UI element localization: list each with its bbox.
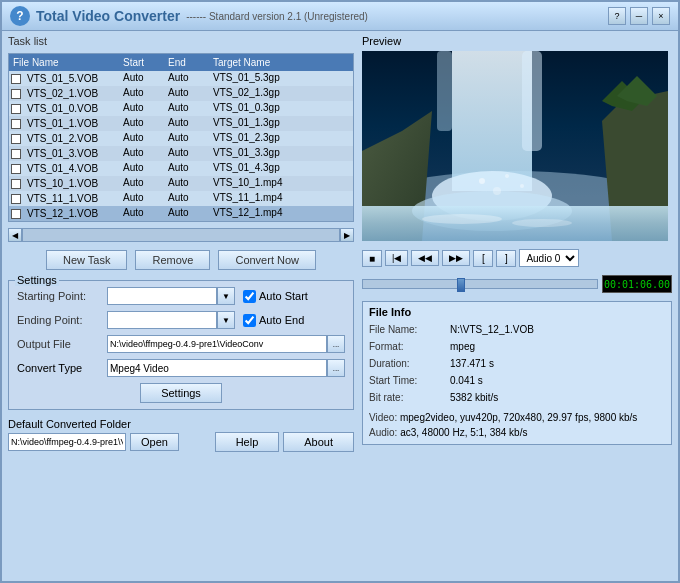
timeline-bar[interactable] [362,279,598,289]
row-target: VTS_01_2.3gp [209,131,353,146]
table-row[interactable]: VTS_01_1.VOB Auto Auto VTS_01_1.3gp [9,116,353,131]
row-start: Auto [119,161,164,176]
convert-type-input[interactable] [107,359,327,377]
row-filename: VTS_12_1.VOB [23,207,102,220]
auto-start-checkbox[interactable] [243,290,256,303]
table-row[interactable]: VTS_01_4.VOB Auto Auto VTS_01_4.3gp [9,161,353,176]
row-target: VTS_01_3.3gp [209,146,353,161]
ending-point-row: Ending Point: ▼ Auto End [17,311,345,329]
row-checkbox[interactable] [11,134,21,144]
table-row[interactable]: VTS_10_1.VOB Auto Auto VTS_10_1.mp4 [9,176,353,191]
new-task-button[interactable]: New Task [46,250,127,270]
row-checkbox[interactable] [11,179,21,189]
help-button[interactable]: ? [608,7,626,25]
rewind-button[interactable]: ◀◀ [411,250,439,266]
row-start: Auto [119,71,164,86]
row-checkbox[interactable] [11,104,21,114]
svg-rect-12 [522,51,542,151]
row-filename: VTS_01_1.VOB [23,117,102,130]
row-start: Auto [119,191,164,206]
starting-point-label: Starting Point: [17,290,107,302]
mark-out-button[interactable]: ] [496,250,516,267]
preview-label: Preview [362,35,672,47]
row-target: VTS_01_4.3gp [209,161,353,176]
main-window: ? Total Video Converter ------ Standard … [0,0,680,583]
row-filename: VTS_02_1.VOB [23,87,102,100]
scroll-right-btn[interactable]: ▶ [340,228,354,242]
table-row[interactable]: VTS_02_1.VOB Auto Auto VTS_02_1.3gp [9,86,353,101]
output-file-input[interactable] [107,335,327,353]
settings-group-label: Settings [15,274,59,286]
svg-point-14 [479,178,485,184]
output-file-browse-btn[interactable]: ... [327,335,345,353]
open-button[interactable]: Open [130,433,179,451]
task-list-container: File Name Start End Target Name VTS_01_5… [8,53,354,222]
start-time-label: Start Time: [369,373,449,389]
table-row[interactable]: VTS_11_1.VOB Auto Auto VTS_11_1.mp4 [9,191,353,206]
row-checkbox[interactable] [11,209,21,219]
row-checkbox[interactable] [11,164,21,174]
row-checkbox[interactable] [11,119,21,129]
auto-end-label: Auto End [243,314,304,327]
row-filename: VTS_01_4.VOB [23,162,102,175]
row-target: VTS_11_1.mp4 [209,191,353,206]
mark-in-button[interactable]: [ [473,250,493,267]
close-button[interactable]: × [652,7,670,25]
ending-point-picker-btn[interactable]: ▼ [217,311,235,329]
row-checkbox[interactable] [11,194,21,204]
stop-button[interactable]: ■ [362,250,382,267]
table-row[interactable]: VTS_12_1.VOB Auto Auto VTS_12_1.mp4 [9,206,353,221]
help-button-bottom[interactable]: Help [215,432,280,452]
convert-now-button[interactable]: Convert Now [218,250,316,270]
table-row[interactable]: VTS_01_5.VOB Auto Auto VTS_01_5.3gp [9,71,353,86]
col-target: Target Name [209,56,353,69]
row-filename: VTS_01_2.VOB [23,132,102,145]
audio-select[interactable]: Audio 0 [519,249,579,267]
task-list-scroll[interactable]: VTS_01_5.VOB Auto Auto VTS_01_5.3gp VTS_… [9,71,353,221]
duration-value: 137.471 s [450,356,665,372]
main-content: Task list File Name Start End Target Nam… [2,31,678,578]
starting-point-picker-btn[interactable]: ▼ [217,287,235,305]
minimize-button[interactable]: ─ [630,7,648,25]
row-end: Auto [164,71,209,86]
settings-button[interactable]: Settings [140,383,222,403]
app-icon: ? [10,6,30,26]
prev-frame-button[interactable]: |◀ [385,250,408,266]
folder-path-input[interactable] [8,433,126,451]
format-value: mpeg [450,339,665,355]
convert-type-label: Convert Type [17,362,107,374]
table-row[interactable]: VTS_01_2.VOB Auto Auto VTS_01_2.3gp [9,131,353,146]
row-filename: VTS_10_1.VOB [23,177,102,190]
audio-info-value: ac3, 48000 Hz, 5:1, 384 kb/s [400,427,527,438]
col-end: End [164,56,209,69]
row-end: Auto [164,116,209,131]
settings-btn-container: Settings [17,383,345,403]
svg-rect-13 [437,51,452,131]
app-title: Total Video Converter [36,8,180,24]
scroll-track[interactable] [22,228,340,242]
convert-type-browse-btn[interactable]: ... [327,359,345,377]
scroll-left-btn[interactable]: ◀ [8,228,22,242]
auto-end-checkbox[interactable] [243,314,256,327]
ending-point-input[interactable] [107,311,217,329]
starting-point-input[interactable] [107,287,217,305]
row-end: Auto [164,206,209,221]
version-text: ------ Standard version 2.1 (Unregistere… [186,11,368,22]
svg-point-8 [422,214,502,224]
svg-point-9 [512,219,572,227]
row-start: Auto [119,131,164,146]
row-checkbox[interactable] [11,149,21,159]
auto-start-label: Auto Start [243,290,308,303]
bit-rate-label: Bit rate: [369,390,449,406]
timeline-thumb[interactable] [457,278,465,292]
table-row[interactable]: VTS_01_3.VOB Auto Auto VTS_01_3.3gp [9,146,353,161]
row-start: Auto [119,116,164,131]
table-row[interactable]: VTS_01_0.VOB Auto Auto VTS_01_0.3gp [9,101,353,116]
remove-button[interactable]: Remove [135,250,210,270]
row-checkbox[interactable] [11,89,21,99]
row-checkbox[interactable] [11,74,21,84]
play-button[interactable]: ▶▶ [442,250,470,266]
about-button[interactable]: About [283,432,354,452]
row-target: VTS_01_1.3gp [209,116,353,131]
row-filename: VTS_11_1.VOB [23,192,102,205]
